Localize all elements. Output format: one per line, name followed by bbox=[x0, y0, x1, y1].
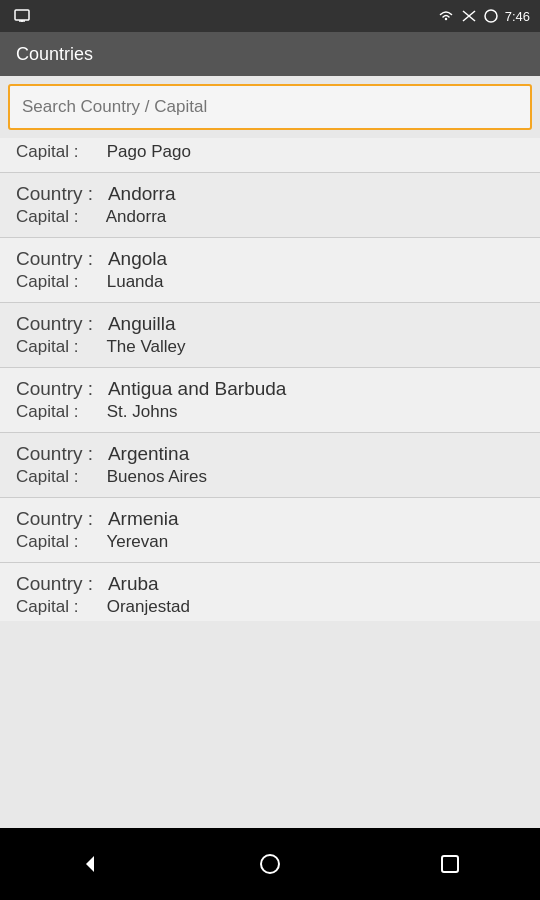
capital-label: Capital : bbox=[16, 532, 78, 551]
country-label: Country : bbox=[16, 508, 93, 529]
country-label: Country : bbox=[16, 443, 93, 464]
capital-row: Capital : The Valley bbox=[16, 337, 524, 357]
svg-rect-8 bbox=[442, 856, 458, 872]
country-label: Country : bbox=[16, 183, 93, 204]
status-bar-right: 7:46 bbox=[437, 8, 530, 24]
capital-row: Capital : Luanda bbox=[16, 272, 524, 292]
country-label: Country : bbox=[16, 378, 93, 399]
status-bar-left bbox=[10, 9, 437, 23]
country-row: Country : Anguilla bbox=[16, 313, 524, 335]
capital-value: Oranjestad bbox=[107, 597, 190, 616]
screen-icon bbox=[14, 9, 30, 23]
title-bar: Countries bbox=[0, 32, 540, 76]
capital-row: Capital : Andorra bbox=[16, 207, 524, 227]
list-item: Capital : Pago Pago bbox=[0, 138, 540, 173]
country-value: Aruba bbox=[108, 573, 159, 594]
home-icon bbox=[258, 852, 282, 876]
capital-label: Capital : bbox=[16, 207, 78, 226]
country-row: Country : Antigua and Barbuda bbox=[16, 378, 524, 400]
capital-label: Capital : bbox=[16, 337, 78, 356]
page-title: Countries bbox=[16, 44, 93, 65]
capital-label: Capital : bbox=[16, 142, 78, 161]
capital-row: Capital : Yerevan bbox=[16, 532, 524, 552]
capital-value: Buenos Aires bbox=[107, 467, 207, 486]
status-time: 7:46 bbox=[505, 9, 530, 24]
capital-value: Andorra bbox=[106, 207, 166, 226]
country-value: Angola bbox=[108, 248, 167, 269]
battery-icon bbox=[483, 8, 499, 24]
back-icon bbox=[78, 852, 102, 876]
country-label: Country : bbox=[16, 313, 93, 334]
capital-label: Capital : bbox=[16, 402, 78, 421]
country-value: Andorra bbox=[108, 183, 176, 204]
list-item: Country : Angola Capital : Luanda bbox=[0, 238, 540, 303]
list-item: Country : Andorra Capital : Andorra bbox=[0, 173, 540, 238]
country-row: Country : Armenia bbox=[16, 508, 524, 530]
country-label: Country : bbox=[16, 248, 93, 269]
capital-label: Capital : bbox=[16, 597, 78, 616]
recents-button[interactable] bbox=[420, 844, 480, 884]
search-input[interactable] bbox=[8, 84, 532, 130]
capital-value: Luanda bbox=[107, 272, 164, 291]
country-label: Country : bbox=[16, 573, 93, 594]
country-row: Country : Argentina bbox=[16, 443, 524, 465]
svg-point-7 bbox=[261, 855, 279, 873]
capital-label: Capital : bbox=[16, 467, 78, 486]
country-value: Argentina bbox=[108, 443, 189, 464]
capital-row: Capital : Buenos Aires bbox=[16, 467, 524, 487]
list-item: Country : Aruba Capital : Oranjestad bbox=[0, 563, 540, 621]
wifi-icon bbox=[437, 9, 455, 23]
bottom-nav bbox=[0, 828, 540, 900]
svg-point-5 bbox=[485, 10, 497, 22]
capital-row: Capital : St. Johns bbox=[16, 402, 524, 422]
country-row: Country : Andorra bbox=[16, 183, 524, 205]
svg-rect-0 bbox=[15, 10, 29, 20]
country-row: Country : Aruba bbox=[16, 573, 524, 595]
status-bar: 7:46 bbox=[0, 0, 540, 32]
home-button[interactable] bbox=[240, 844, 300, 884]
capital-value: The Valley bbox=[106, 337, 185, 356]
capital-value: Yerevan bbox=[106, 532, 168, 551]
capital-value: St. Johns bbox=[107, 402, 178, 421]
country-list: Capital : Pago Pago Country : Andorra Ca… bbox=[0, 138, 540, 828]
signal-icon bbox=[461, 9, 477, 23]
search-container bbox=[0, 76, 540, 138]
country-row: Country : Angola bbox=[16, 248, 524, 270]
recents-icon bbox=[438, 852, 462, 876]
capital-row: Capital : Pago Pago bbox=[16, 142, 524, 162]
list-item: Country : Anguilla Capital : The Valley bbox=[0, 303, 540, 368]
list-item: Country : Argentina Capital : Buenos Air… bbox=[0, 433, 540, 498]
capital-label: Capital : bbox=[16, 272, 78, 291]
capital-value: Pago Pago bbox=[107, 142, 191, 161]
svg-marker-6 bbox=[86, 856, 94, 872]
capital-row: Capital : Oranjestad bbox=[16, 597, 524, 617]
list-item: Country : Armenia Capital : Yerevan bbox=[0, 498, 540, 563]
list-item: Country : Antigua and Barbuda Capital : … bbox=[0, 368, 540, 433]
country-value: Antigua and Barbuda bbox=[108, 378, 287, 399]
country-value: Anguilla bbox=[108, 313, 176, 334]
country-value: Armenia bbox=[108, 508, 179, 529]
back-button[interactable] bbox=[60, 844, 120, 884]
